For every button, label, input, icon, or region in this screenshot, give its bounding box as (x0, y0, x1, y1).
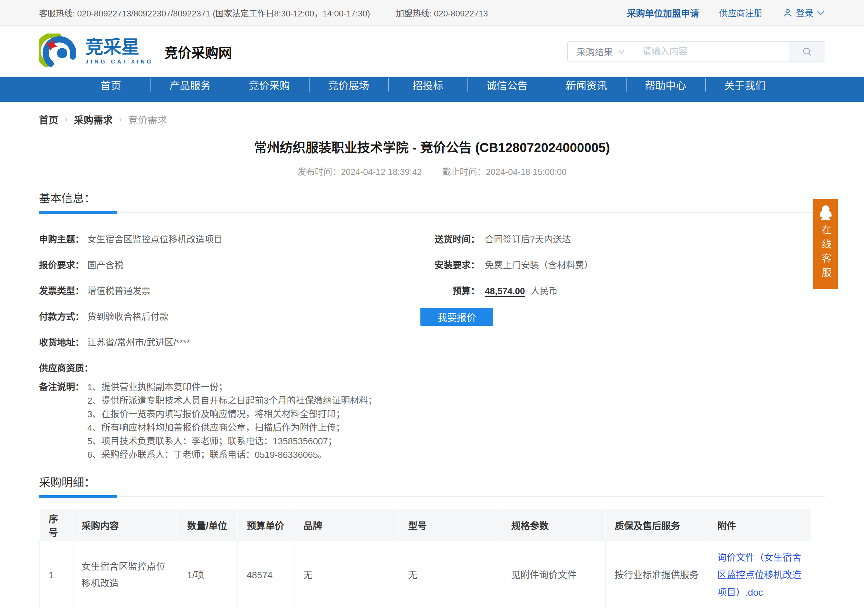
field-quote-requirement: 报价要求： 国产含税 (39, 251, 413, 277)
basic-info-grid: 申购主题： 女生宿舍区监控点位移机改造项目 报价要求： 国产含税 发票类型： 增… (39, 226, 825, 462)
table-row: 1 女生宿舍区监控点位移机改造 1/项 48574 无 无 见附件询价文件 按行… (39, 541, 811, 609)
chevron-down-icon (618, 50, 625, 54)
field-payment-method: 付款方式： 货到验收合格后付款 (39, 303, 413, 329)
field-purchase-subject: 申购主题： 女生宿舍区监控点位移机改造项目 (39, 226, 413, 251)
basic-info-section-title: 基本信息： (39, 189, 825, 206)
login-button[interactable]: 登录 (782, 6, 825, 19)
cell-attachment: 询价文件（女生宿舍区监控点位移机改造项目）.doc (708, 541, 811, 609)
nav-item-home[interactable]: 首页 (71, 77, 151, 92)
main-nav: 首页 产品服务 竞价采购 竞价展场 招投标 诚信公告 新闻资讯 帮助中心 关于我… (0, 77, 864, 102)
cell-budget-unit-price: 48574 (237, 541, 294, 609)
brand-swirl-icon (39, 33, 78, 69)
field-install-requirement: 安装要求： 免费上门安装（含材料费） (413, 251, 825, 277)
nav-item-bidding-hall[interactable]: 竞价展场 (309, 77, 388, 92)
supplier-register-link[interactable]: 供应商注册 (719, 6, 762, 19)
col-qty-unit: 数量/单位 (178, 509, 237, 541)
service-hotline-text: 客服热线: 020-80922713/80922307/80922371 (国家… (39, 7, 370, 19)
search-category-value: 采购结果 (577, 45, 613, 58)
field-supplier-qualification: 供应商资质： (39, 355, 413, 380)
field-remarks: 备注说明： 1、提供营业执照副本复印件一份； 2、提供所派遣专职技术人员自开标之… (39, 380, 413, 462)
field-delivery-address: 收货地址： 江苏省/常州市/武进区/**** (39, 329, 413, 355)
search-button[interactable] (789, 42, 825, 61)
nav-item-tenders[interactable]: 招投标 (388, 77, 467, 92)
breadcrumb-current: 竞价需求 (128, 112, 167, 126)
cell-content: 女生宿舍区监控点位移机改造 (72, 541, 178, 609)
chevron-down-icon (817, 10, 825, 16)
col-budget-unit-price: 预算单价 (237, 509, 294, 541)
breadcrumb-purchase-demand[interactable]: 采购需求 (74, 112, 113, 126)
online-customer-service-widget[interactable]: 在线客服 (813, 199, 838, 289)
table-header-row: 序号 采购内容 数量/单位 预算单价 品牌 型号 规格参数 质保及售后服务 附件 (39, 509, 811, 541)
col-attachment: 附件 (708, 509, 811, 541)
search-icon (801, 46, 812, 57)
brand-name: 竞采星 (85, 38, 153, 56)
cell-spec: 见附件询价文件 (502, 541, 605, 609)
detail-section-title: 采购明细： (39, 473, 825, 490)
search-category-dropdown[interactable]: 采购结果 (568, 42, 634, 61)
login-label: 登录 (796, 6, 814, 19)
customer-service-label: 在线客服 (818, 225, 833, 281)
main-content: 首页 › 采购需求 › 竞价需求 常州纺织服装职业技术学院 - 竞价公告 (CB… (39, 112, 825, 616)
nav-item-bidding-purchase[interactable]: 竞价采购 (230, 77, 309, 92)
search-bar: 采购结果 (567, 41, 825, 62)
page-title: 常州纺织服装职业技术学院 - 竞价公告 (CB128072024000005) (39, 137, 825, 156)
col-spec: 规格参数 (502, 509, 605, 541)
col-warranty: 质保及售后服务 (605, 509, 708, 541)
nav-item-integrity-notice[interactable]: 诚信公告 (467, 77, 547, 92)
purchaser-join-link[interactable]: 采购单位加盟申请 (627, 6, 699, 19)
breadcrumb: 首页 › 采购需求 › 竞价需求 (39, 112, 825, 126)
col-seq: 序号 (39, 509, 72, 541)
site-title: 竞价采购网 (164, 42, 232, 61)
site-header: 竞采星 JING CAI XING 竞价采购网 采购结果 (0, 26, 864, 77)
nav-item-about-us[interactable]: 关于我们 (705, 77, 784, 92)
nav-item-news[interactable]: 新闻资讯 (547, 77, 626, 92)
cell-qty-unit: 1/项 (178, 541, 237, 609)
field-delivery-time: 送货时间： 合同签订后7天内送达 (413, 226, 825, 251)
notice-dates: 发布时间：2024-04-12 18:39:42 截止时间：2024-04-18… (39, 165, 825, 178)
procurement-detail-table: 序号 采购内容 数量/单位 预算单价 品牌 型号 规格参数 质保及售后服务 附件… (39, 509, 811, 609)
nav-item-help-center[interactable]: 帮助中心 (626, 77, 705, 92)
field-invoice-type: 发票类型： 增值税普通发票 (39, 277, 413, 303)
breadcrumb-home[interactable]: 首页 (39, 112, 58, 126)
col-brand: 品牌 (294, 509, 399, 541)
budget-amount: 48,574.00 (485, 286, 525, 296)
remark-lines: 1、提供营业执照副本复印件一份； 2、提供所派遣专职技术人员自开标之日起前3个月… (87, 380, 377, 462)
cell-brand: 无 (294, 541, 399, 609)
publish-time: 发布时间：2024-04-12 18:39:42 (297, 165, 422, 178)
qq-penguin-icon (817, 204, 835, 222)
cell-warranty: 按行业标准提供服务 (605, 541, 708, 609)
user-icon (782, 8, 793, 18)
budget-currency: 人民币 (531, 286, 558, 296)
quote-now-button[interactable]: 我要报价 (420, 308, 493, 326)
cell-seq: 1 (39, 541, 72, 609)
nav-item-products[interactable]: 产品服务 (151, 77, 230, 92)
field-budget: 预算： 48,574.00 人民币 (413, 277, 825, 303)
join-hotline-text: 加盟热线: 020-80922713 (396, 7, 488, 19)
deadline-time: 截止时间：2024-04-18 15:00:00 (442, 165, 567, 178)
brand-subtitle: JING CAI XING (85, 59, 153, 65)
cell-model: 无 (399, 541, 502, 609)
topbar: 客服热线: 020-80922713/80922307/80922371 (国家… (0, 0, 864, 26)
col-content: 采购内容 (72, 509, 178, 541)
attachment-doc-link[interactable]: 询价文件（女生宿舍区监控点位移机改造项目）.doc (718, 553, 801, 598)
chevron-right-icon: › (119, 115, 122, 124)
site-logo[interactable]: 竞采星 JING CAI XING 竞价采购网 (39, 33, 232, 69)
section-divider (39, 210, 825, 213)
search-input[interactable] (634, 42, 789, 61)
col-model: 型号 (399, 509, 502, 541)
section-divider (39, 494, 825, 497)
chevron-right-icon: › (65, 115, 68, 124)
